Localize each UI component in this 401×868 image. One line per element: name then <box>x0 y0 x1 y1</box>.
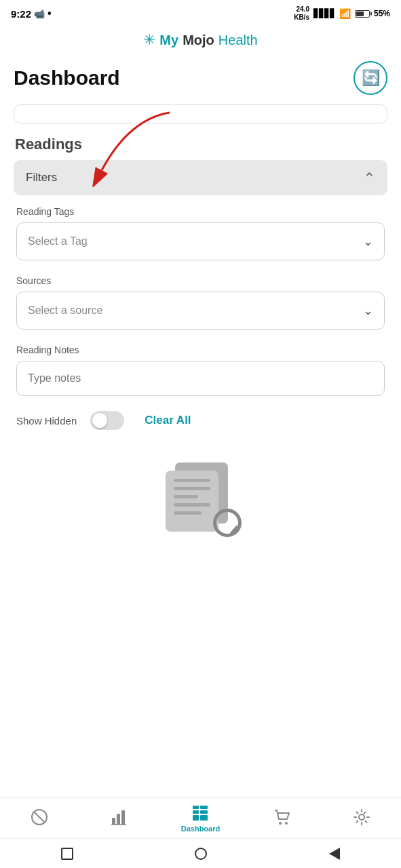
reading-tags-group: Reading Tags Select a Tag ⌄ <box>16 206 385 260</box>
filters-label: Filters <box>26 171 57 184</box>
main-content: Readings Filters ⌃ Reading Tags <box>0 104 401 564</box>
page-title: Dashboard <box>14 66 120 90</box>
reading-tags-select[interactable]: Select a Tag ⌄ <box>16 222 385 260</box>
svg-rect-10 <box>200 810 208 814</box>
network-speed: 24.0KB/s <box>294 5 309 22</box>
show-hidden-toggle[interactable] <box>90 411 124 430</box>
doc-line-1 <box>174 479 210 482</box>
nav-item-dashboard[interactable]: Dashboard <box>181 804 220 833</box>
dash-header: Dashboard 🔄 <box>0 54 401 104</box>
app-header: ✳ MyMojoHealth <box>0 24 401 54</box>
status-right: 24.0KB/s ▋▋▋▋ 📶 55% <box>294 5 390 22</box>
svg-line-2 <box>35 812 44 822</box>
nav-item-chart[interactable] <box>102 808 136 829</box>
top-card-partial <box>14 104 387 123</box>
video-icon: 📹 <box>34 9 45 19</box>
chevron-down-icon: ⌄ <box>363 234 373 249</box>
nav-item-no-readings[interactable] <box>22 808 56 829</box>
status-left: 9:22 📹 • <box>11 7 52 20</box>
svg-rect-5 <box>121 810 125 825</box>
svg-point-15 <box>359 814 364 820</box>
no-readings-icon <box>31 808 48 826</box>
clear-all-button[interactable]: Clear All <box>145 414 191 427</box>
reading-tags-placeholder: Select a Tag <box>28 235 88 248</box>
reading-notes-label: Reading Notes <box>16 344 385 355</box>
back-circle-button[interactable] <box>195 848 207 860</box>
nav-item-settings[interactable] <box>345 808 379 829</box>
search-circle <box>213 509 242 537</box>
nav-item-cart[interactable] <box>265 808 299 829</box>
svg-rect-8 <box>200 806 208 809</box>
back-triangle-button[interactable] <box>329 848 340 860</box>
logo-health: Health <box>218 33 258 48</box>
svg-point-14 <box>285 822 288 825</box>
chart-icon <box>110 808 128 826</box>
readings-section: Readings Filters ⌃ Reading Tags <box>14 136 387 551</box>
readings-title: Readings <box>14 136 387 153</box>
system-nav <box>0 838 401 868</box>
doc-front <box>166 471 218 532</box>
svg-point-13 <box>279 822 282 825</box>
gear-icon <box>353 808 370 826</box>
logo-icon: ✳ <box>143 31 155 49</box>
status-bar: 9:22 📹 • 24.0KB/s ▋▋▋▋ 📶 55% <box>0 0 401 24</box>
doc-line-4 <box>174 503 210 507</box>
svg-rect-9 <box>193 810 199 814</box>
cart-icon <box>273 808 291 826</box>
reading-notes-group: Reading Notes <box>16 344 385 396</box>
logo-mojo: Mojo <box>183 33 214 48</box>
filter-content: Reading Tags Select a Tag ⌄ Sources Sele… <box>14 195 387 435</box>
bottom-nav: Dashboard <box>0 797 401 838</box>
nav-label-dashboard: Dashboard <box>181 825 220 833</box>
filters-bar[interactable]: Filters ⌃ <box>14 160 387 195</box>
reading-notes-input[interactable] <box>16 361 385 396</box>
show-hidden-label: Show Hidden <box>16 415 77 427</box>
svg-rect-3 <box>112 818 115 825</box>
empty-state <box>14 435 387 551</box>
home-square-button[interactable] <box>61 848 73 860</box>
svg-rect-4 <box>117 814 120 825</box>
dot-separator: • <box>47 7 52 20</box>
svg-rect-11 <box>193 815 199 821</box>
sources-select[interactable]: Select a source ⌄ <box>16 292 385 330</box>
refresh-icon: 🔄 <box>362 69 380 87</box>
logo: ✳ MyMojoHealth <box>143 31 257 49</box>
reading-tags-label: Reading Tags <box>16 206 385 217</box>
doc-line-5 <box>174 511 202 515</box>
chevron-up-icon: ⌃ <box>364 170 375 186</box>
doc-line-2 <box>174 487 210 490</box>
refresh-button[interactable]: 🔄 <box>354 61 387 95</box>
time: 9:22 <box>11 8 31 20</box>
svg-rect-12 <box>200 815 208 821</box>
dashboard-icon <box>191 804 209 822</box>
logo-my: My <box>159 33 178 48</box>
sources-chevron-down-icon: ⌄ <box>363 303 373 318</box>
sources-label: Sources <box>16 275 385 286</box>
show-hidden-row: Show Hidden Clear All <box>16 411 385 430</box>
battery: 55% <box>355 9 390 18</box>
svg-rect-7 <box>193 806 199 809</box>
sources-group: Sources Select a source ⌄ <box>16 275 385 330</box>
sources-placeholder: Select a source <box>28 304 102 317</box>
signal-bars: ▋▋▋▋ <box>313 9 335 18</box>
wifi-icon: 📶 <box>339 8 351 19</box>
doc-line-3 <box>174 495 198 498</box>
battery-percent: 55% <box>374 9 390 18</box>
